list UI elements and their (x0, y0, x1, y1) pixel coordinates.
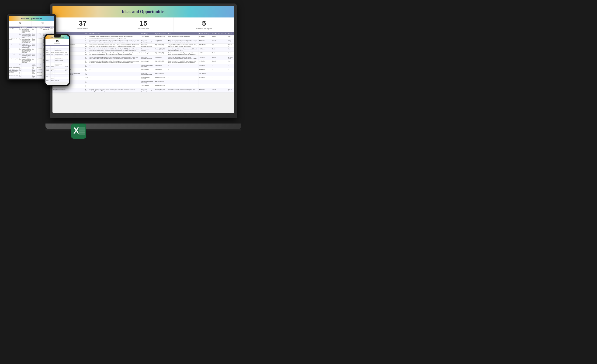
svg-text:X: X (73, 126, 79, 135)
phone-table-row: Done some preliminary researchLow (<$100… (46, 59, 69, 62)
tablet-cell-5-1: 09-Oct (19, 53, 22, 58)
table-cell-2-4: High (<$100,000) (154, 43, 167, 47)
table-cell-13-5: impossible to securely gain access to Sn… (167, 88, 198, 93)
tablet-cell-10-0: Days an Itinerary (9, 72, 19, 75)
laptop-table: Title Date Short Explanation Idea Stage … (53, 32, 234, 93)
table-cell-10-3: Done extensive research (141, 76, 154, 80)
tablet-cell-9-3: Done some preliminary research (32, 69, 37, 72)
tablet-cell-12-0: Create digital car book on car (9, 78, 19, 79)
table-cell-3-2: This idea is premised on the basis of a … (89, 47, 141, 52)
table-row: Blog on places, people, events02-Jan...I… (53, 80, 234, 84)
table-row: For-profit charitable organization03-Dec… (53, 60, 234, 64)
tablet-cell-1-1: 04-Feb (19, 33, 22, 38)
tablet-cell-11-1: 02-Jan (19, 75, 22, 78)
phone-cell-3-4: Medium (<$10,000) (50, 54, 55, 56)
phone-cell-6-5: Human behavior in the past 10-20 years s… (55, 62, 65, 66)
table-row: Excess Food Distribution from Event Hall… (53, 43, 234, 47)
tablet-cell-7-0: Write stories of states (9, 63, 19, 67)
laptop-stat-tried-number: 15 (115, 20, 171, 27)
table-cell-4-2: Create a website with a Netflix type int… (89, 52, 141, 56)
table-row: Create digital car book on car02-Nov...J… (53, 84, 234, 88)
table-row: Conference Snap App09-OctCurrent adhan a… (53, 56, 234, 60)
tablet-cell-4-2: Create a website with a Netflix type int… (22, 48, 32, 53)
tablet-cell-8-2: ... (22, 67, 32, 69)
tablet-col-risks: Risks (43, 27, 50, 28)
table-cell-1-6: 3-6 Months (198, 39, 211, 44)
table-cell-12-8: ... (227, 84, 234, 88)
table-cell-11-7: ... (211, 80, 227, 84)
tablet-cell-0-6: <3 Months (50, 28, 54, 33)
tablet-cell-0-2: Create high quality, premium t-shirts wi… (22, 28, 32, 33)
tablet-cell-12-2: ... (22, 78, 32, 79)
tablet-col-capital: Capital Investment (36, 27, 43, 28)
tablet-cell-2-3: Done some preliminary research (32, 38, 37, 43)
tablet-cell-2-4: High (<$100,000) (36, 38, 43, 43)
phone-notch (54, 35, 61, 38)
table-cell-8-4: Low (<$1000) (154, 68, 167, 72)
phone-cell-1-3: Done some preliminary research (46, 48, 50, 51)
phone-table-row: Just a thoughtMedium (<$10,000)Lots of o… (46, 46, 69, 48)
phone-cell-9-3: Done some preliminary research (46, 70, 50, 72)
phone-cell-7-5: ... (55, 66, 65, 69)
laptop-body: Ideas and Opportunities 37 Total # of Id… (50, 3, 237, 118)
table-cell-13-3: Done some preliminary research (141, 88, 154, 93)
laptop-screen-content: Ideas and Opportunities 37 Total # of Id… (53, 6, 234, 113)
phone-screen-content: Ideas and Opportunities 15 # of Ideas Tr… (46, 35, 69, 85)
laptop-stat-progress: 5 # of Ideas in Progress (174, 17, 234, 32)
table-row: Knowledge T-shirt01-AprCreate high quali… (53, 35, 234, 39)
tablet-cell-8-3: Just a thought (32, 67, 37, 69)
table-cell-12-7: ... (211, 84, 227, 88)
tablet-cell-3-0: Adhan App (9, 43, 19, 48)
table-cell-0-5: Lots of online retailers already selling… (167, 35, 198, 39)
table-cell-10-4: Medium (<$10,000) (154, 76, 167, 80)
col-capital: Capital Investment (154, 32, 167, 35)
table-cell-2-5: It may be difficult getting the hall own… (167, 43, 198, 47)
table-cell-10-5: ... (167, 76, 198, 80)
table-cell-12-2: ... (89, 84, 141, 88)
excel-icon-svg: X (71, 124, 86, 139)
tablet-cell-5-3: Done some preliminary research (32, 53, 37, 58)
laptop-stat-total-label: Total # of Ideas (55, 28, 111, 30)
tablet-col-stage: Idea Stage (32, 27, 37, 28)
tablet-cell-9-4: High (<$100,000) (36, 69, 43, 72)
tablet-cell-1-4: Low (<$1000) (36, 33, 43, 38)
table-cell-1-2: Create a mobile app that will host a sel… (89, 39, 141, 44)
tablet-stat-total-num: 37 (9, 22, 31, 25)
tablet-stat-tried-lbl: # of Ideas Tried (32, 25, 54, 26)
laptop-stat-progress-number: 5 (176, 20, 232, 27)
phone-cell-13-5: impossible to securely gain access to Sn… (55, 79, 65, 82)
tablet-cell-2-2: At any wedding or event that occurs at b… (22, 38, 32, 43)
tablet-cell-12-4: Medium (<$10,000) (36, 78, 43, 79)
tablet-stat-tried: 15 # of Ideas Tried (31, 21, 54, 27)
table-cell-5-7: Neutral (211, 56, 227, 60)
table-cell-2-2: At any wedding or event that occurs at b… (89, 43, 141, 47)
tablet-cell-9-1: 03-Aug (19, 69, 22, 72)
tablet-stat-total: 37 Total # of Ideas (9, 21, 32, 27)
phone-table-row: Done some preliminary researchMedium (<$… (46, 79, 69, 82)
table-cell-10-7: ... (211, 76, 227, 80)
phone-cell-2-3: Done some preliminary research (46, 51, 50, 54)
laptop-stat-tried: 15 # of Ideas Tried (113, 17, 174, 32)
phone-cell-5-6: >12 Months (65, 59, 69, 62)
table-cell-1-1: 04-Feb (84, 39, 89, 44)
table-cell-7-5: ... (167, 64, 198, 68)
table-cell-3-4: Medium (<$10,000) (154, 47, 167, 52)
table-cell-6-8: Tried (227, 60, 234, 64)
phone-cell-11-3: I've completely thought this through (46, 74, 50, 77)
table-cell-13-6: 3-6 Months (198, 88, 211, 93)
phone-table-row: Just a thoughtHigh (<$100,000)Human beha… (46, 62, 69, 66)
table-row: Write stories of states01-Mar...I've com… (53, 64, 234, 68)
tablet-cell-3-2: This idea is premised on the basis of a … (22, 43, 32, 48)
tablet-cell-7-1: 01-Mar (19, 63, 22, 67)
table-cell-5-2: Current adhan apps are great but they la… (89, 56, 141, 60)
table-cell-1-3: Done some preliminary research (141, 39, 154, 44)
phone-cell-3-3: Done extensive research (46, 54, 50, 56)
tablet-cell-4-1: 03-Mar (19, 48, 22, 53)
tablet-cell-6-3: Just a thought (32, 58, 37, 63)
table-cell-9-4: High (<$100,000) (154, 72, 167, 76)
table-cell-9-3: Done some preliminary research (141, 72, 154, 76)
table-cell-7-1: 01-Mar (84, 64, 89, 68)
phone-cell-7-3: I've completely thought this through (46, 66, 50, 69)
tablet-cell-7-3: I've completely thought this through (32, 63, 37, 67)
col-status: Status (227, 32, 234, 35)
